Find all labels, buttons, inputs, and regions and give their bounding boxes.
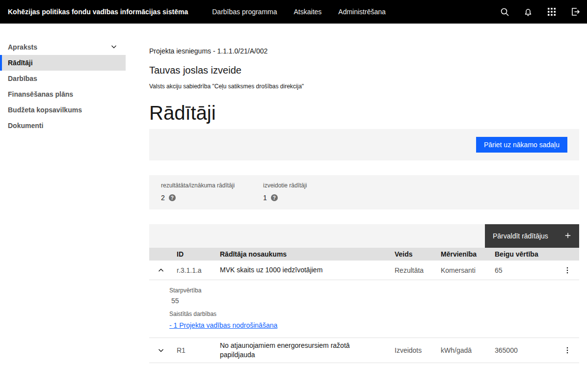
header-actions bbox=[493, 0, 587, 24]
stat-created-indicators: izveidotie rādītāji 1 ? bbox=[263, 182, 365, 209]
column-header-unit: Mērvienība bbox=[437, 250, 491, 258]
cell-id: R1 bbox=[173, 343, 216, 357]
stat-value: 1 bbox=[263, 194, 267, 202]
help-icon[interactable]: ? bbox=[271, 194, 278, 201]
manage-indicators-label: Pārvaldīt rādītājus bbox=[493, 232, 548, 240]
cell-end-value: 365000 bbox=[491, 343, 556, 357]
side-nav: Apraksts Rādītāji Darbības Finansēšanas … bbox=[0, 24, 126, 392]
page-title: Rādītāji bbox=[149, 102, 579, 124]
stat-value: 2 bbox=[161, 194, 165, 202]
sidebar-item-label: Rādītāji bbox=[8, 59, 33, 67]
breadcrumb: Projekta iesniegums - 1.1.1.0/21/A/002 bbox=[149, 47, 579, 55]
cell-id: r.3.1.1.a bbox=[173, 263, 216, 277]
sidebar-item-dokumenti[interactable]: Dokumenti bbox=[0, 118, 126, 133]
table-row: R1 No atjaunojamiem energoresursiem ražo… bbox=[149, 338, 579, 363]
related-action-link[interactable]: - 1 Projekta vadības nodrošināšana bbox=[169, 321, 277, 329]
sidebar-item-apraksts[interactable]: Apraksts bbox=[0, 39, 126, 55]
help-icon[interactable]: ? bbox=[169, 194, 176, 201]
notifications-icon[interactable] bbox=[516, 0, 540, 24]
cell-name: No atjaunojamiem energoresursiem ražotā … bbox=[216, 338, 391, 363]
row-overflow-menu-icon[interactable] bbox=[556, 266, 579, 274]
cell-unit: Komersanti bbox=[437, 263, 491, 277]
next-section-button[interactable]: Pāriet uz nākamo sadaļu bbox=[476, 137, 567, 153]
manage-indicators-button[interactable]: Pārvaldīt rādītājus bbox=[485, 224, 579, 248]
table-row: r.3.1.1.a MVK skaits uz 1000 iedzīvotāji… bbox=[149, 261, 579, 280]
sidebar-item-budzeta-kopsavilkums[interactable]: Budžeta kopsavilkums bbox=[0, 102, 126, 118]
stat-result-indicators: rezultātāta/iznākuma rādītāji 2 ? bbox=[161, 182, 263, 209]
column-header-name: Rādītāja nosaukums bbox=[216, 250, 391, 258]
top-header: Kohēzijas politikas fondu vadības inform… bbox=[0, 0, 587, 24]
sidebar-item-label: Darbības bbox=[8, 75, 37, 82]
sidebar-item-label: Budžeta kopsavilkums bbox=[8, 106, 82, 114]
header-nav: Darbības programma Atskaites Administrēš… bbox=[204, 0, 394, 24]
cell-end-value: 65 bbox=[491, 263, 556, 277]
sidebar-item-raditaji[interactable]: Rādītāji bbox=[0, 55, 126, 71]
column-header-end-value: Beigu vērtība bbox=[491, 250, 556, 258]
column-header-type: Veids bbox=[391, 250, 437, 258]
table-header-row: ID Rādītāja nosaukums Veids Mērvienība B… bbox=[149, 248, 579, 261]
nav-item-darbibas-programma[interactable]: Darbības programma bbox=[204, 0, 285, 24]
sidebar-item-finansesanas-plans[interactable]: Finansēšanas plāns bbox=[0, 86, 126, 102]
cell-type: Izveidots bbox=[391, 343, 437, 357]
cell-unit: kWh/gadā bbox=[437, 343, 491, 357]
table-toolbar: Pārvaldīt rādītājus bbox=[149, 224, 579, 248]
search-icon[interactable] bbox=[493, 0, 516, 24]
row-overflow-menu-icon[interactable] bbox=[556, 346, 579, 354]
project-title: Tauvas joslas izveide bbox=[149, 65, 579, 76]
column-header-id: ID bbox=[173, 250, 216, 258]
indicators-table: Pārvaldīt rādītājus ID Rādītāja nosaukum… bbox=[149, 224, 579, 363]
interim-value-label: Starpvērtība bbox=[169, 287, 571, 294]
collapse-row-chevron-up-icon[interactable] bbox=[149, 266, 173, 274]
logout-icon[interactable] bbox=[563, 0, 587, 24]
main-content: Projekta iesniegums - 1.1.1.0/21/A/002 T… bbox=[126, 24, 587, 392]
chevron-down-icon bbox=[110, 43, 118, 52]
nav-item-atskaites[interactable]: Atskaites bbox=[286, 0, 330, 24]
cell-type: Rezultāta bbox=[391, 263, 437, 277]
next-section-panel: Pāriet uz nākamo sadaļu bbox=[149, 129, 579, 160]
stat-label: rezultātāta/iznākuma rādītāji bbox=[161, 182, 263, 189]
stat-label: izveidotie rādītāji bbox=[263, 182, 365, 189]
stats-panel: rezultātāta/iznākuma rādītāji 2 ? izveid… bbox=[149, 175, 579, 209]
sidebar-item-label: Finansēšanas plāns bbox=[8, 90, 73, 98]
app-title: Kohēzijas politikas fondu vadības inform… bbox=[0, 8, 188, 16]
app-switcher-icon[interactable] bbox=[540, 0, 563, 24]
row-expanded-detail: Starpvērtība 55 Saistītās darbības - 1 P… bbox=[149, 280, 579, 338]
plus-icon bbox=[564, 232, 571, 240]
expand-row-chevron-down-icon[interactable] bbox=[149, 346, 173, 354]
interim-value: 55 bbox=[169, 297, 571, 305]
nav-item-administresana[interactable]: Administrēšana bbox=[330, 0, 394, 24]
cell-name: MVK skaits uz 1000 iedzīvotājiem bbox=[216, 262, 391, 278]
project-subtitle: Valsts akciju sabiedrība "Ceļu satiksmes… bbox=[149, 83, 579, 90]
sidebar-item-label: Dokumenti bbox=[8, 122, 43, 130]
sidebar-item-label: Apraksts bbox=[8, 43, 37, 51]
related-actions-label: Saistītās darbības bbox=[169, 311, 571, 317]
sidebar-item-darbibas[interactable]: Darbības bbox=[0, 71, 126, 86]
